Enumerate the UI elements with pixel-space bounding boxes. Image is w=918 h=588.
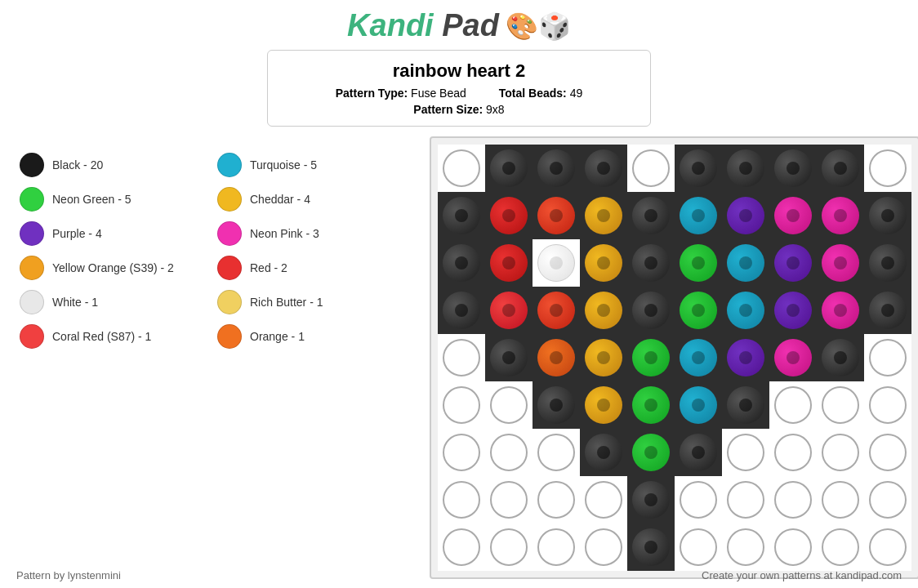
- bead-cell: [769, 429, 817, 476]
- color-dot: [217, 187, 242, 212]
- bead-cell: [627, 429, 675, 476]
- bead-cell: [533, 239, 580, 287]
- bead-cell: [627, 145, 675, 192]
- bead-cell: [533, 381, 580, 429]
- bead: [869, 197, 907, 234]
- bead: [537, 481, 575, 519]
- bead-cell: [817, 381, 864, 429]
- bead: [774, 149, 812, 187]
- bead-cell: [769, 476, 817, 523]
- color-item: Coral Red (S87) - 1: [20, 321, 209, 352]
- color-item: Cheddar - 4: [217, 184, 407, 215]
- bead-cell: [864, 523, 911, 571]
- color-dot: [20, 256, 44, 280]
- bead: [585, 434, 622, 471]
- bead: [632, 244, 670, 282]
- bead-cell: [675, 145, 722, 192]
- bead: [680, 339, 717, 376]
- bead-cell: [675, 239, 722, 287]
- bead-cell: [580, 287, 627, 334]
- bead-cell: [580, 239, 627, 287]
- bead-cell: [580, 192, 627, 239]
- bead-cell: [817, 192, 864, 239]
- bead: [869, 292, 907, 329]
- bead-cell: [533, 334, 580, 381]
- bead-cell: [533, 145, 580, 192]
- bead: [727, 149, 764, 187]
- color-item: Neon Green - 5: [20, 184, 209, 215]
- bead-cell: [580, 334, 627, 381]
- bead-cell: [485, 145, 533, 192]
- bead-cell: [675, 476, 722, 523]
- color-item: Red - 2: [217, 252, 407, 283]
- bead-cell: [675, 192, 722, 239]
- color-item: Turquoise - 5: [217, 149, 407, 180]
- bead-cell: [722, 523, 769, 571]
- bead: [490, 339, 528, 376]
- bead-cell: [864, 192, 911, 239]
- color-dot: [20, 324, 44, 349]
- bead: [727, 481, 764, 519]
- bead-cell: [438, 287, 485, 334]
- bead-grid: [438, 145, 911, 571]
- bead: [443, 434, 480, 471]
- bead: [443, 339, 480, 376]
- bead-cell: [627, 334, 675, 381]
- logo-kandi: Kandi: [347, 8, 434, 43]
- bead: [680, 197, 717, 234]
- right-panel: [430, 136, 918, 579]
- bead: [537, 244, 575, 282]
- color-dot: [20, 290, 44, 314]
- bead: [537, 528, 575, 566]
- bead: [585, 149, 622, 187]
- bead: [680, 292, 717, 329]
- bead-cell: [627, 287, 675, 334]
- bead-cell: [485, 239, 533, 287]
- color-dot: [217, 256, 242, 280]
- pattern-by: Pattern by lynstenmini: [16, 569, 121, 581]
- bead: [822, 149, 859, 187]
- bead: [774, 339, 812, 376]
- bead: [537, 434, 575, 471]
- bead-cell: [580, 381, 627, 429]
- color-legend: Black - 20 Turquoise - 5 Neon Green - 5 …: [13, 149, 413, 352]
- bead-cell: [769, 381, 817, 429]
- bead: [537, 339, 575, 376]
- bead: [632, 197, 670, 234]
- bead-cell: [627, 381, 675, 429]
- bead-cell: [722, 476, 769, 523]
- cta-text: Create your own patterns at kandipad.com: [702, 569, 902, 581]
- bead-cell: [485, 192, 533, 239]
- bead-cell: [864, 287, 911, 334]
- bead: [490, 197, 528, 234]
- bead-cell: [817, 476, 864, 523]
- header: Kandi Pad 🎨🎲: [0, 0, 918, 50]
- color-dot: [20, 221, 44, 246]
- bead-grid-container: [430, 136, 918, 579]
- bead-cell: [722, 429, 769, 476]
- color-item: Orange - 1: [217, 321, 407, 352]
- bead-cell: [533, 523, 580, 571]
- bead-cell: [722, 145, 769, 192]
- color-item: Yellow Orange (S39) - 2: [20, 252, 209, 283]
- bead-cell: [864, 145, 911, 192]
- bead: [632, 434, 670, 471]
- bead-cell: [675, 381, 722, 429]
- color-label: Rich Butter - 1: [250, 296, 323, 309]
- color-label: Orange - 1: [250, 330, 305, 343]
- total-beads: Total Beads: 49: [499, 87, 582, 100]
- bead: [585, 481, 622, 519]
- color-label: Turquoise - 5: [250, 158, 317, 172]
- bead: [822, 481, 859, 519]
- bead-cell: [438, 239, 485, 287]
- bead-cell: [817, 523, 864, 571]
- bead-cell: [485, 429, 533, 476]
- bead-cell: [769, 239, 817, 287]
- logo: Kandi Pad 🎨🎲: [347, 8, 571, 43]
- color-dot: [217, 290, 242, 314]
- bead-cell: [769, 287, 817, 334]
- bead: [443, 386, 480, 424]
- bead-cell: [769, 334, 817, 381]
- color-item: Neon Pink - 3: [217, 218, 407, 249]
- pattern-size: Pattern Size: 9x8: [283, 103, 635, 116]
